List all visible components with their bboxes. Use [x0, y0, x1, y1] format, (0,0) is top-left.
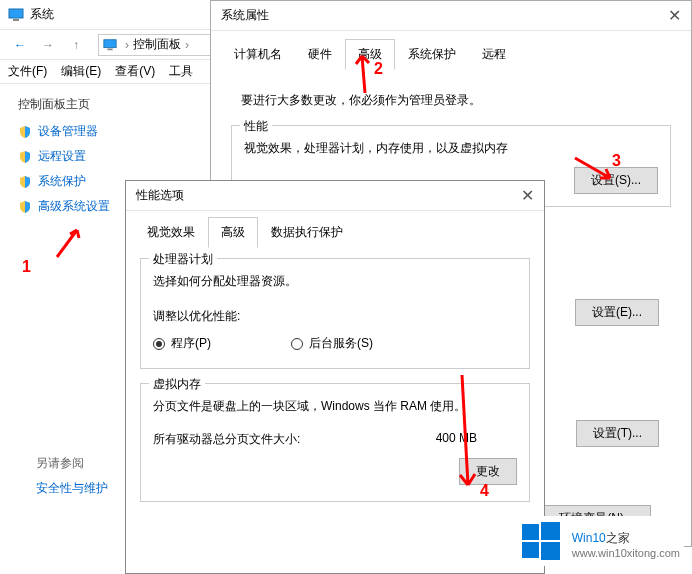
tab-system-protection[interactable]: 系统保护: [395, 39, 469, 70]
startup-settings-button[interactable]: 设置(T)...: [576, 420, 659, 447]
sidebar-item-label: 系统保护: [38, 173, 86, 190]
watermark: Win10之家 www.win10xitong.com: [516, 516, 684, 566]
sidebar-item-label: 远程设置: [38, 148, 86, 165]
groupbox-desc: 视觉效果，处理器计划，内存使用，以及虚拟内存: [244, 140, 658, 157]
adjust-label: 调整以优化性能:: [153, 308, 517, 325]
tab-computer-name[interactable]: 计算机名: [221, 39, 295, 70]
svg-rect-1: [13, 19, 19, 21]
sidebar-item-advanced[interactable]: 高级系统设置: [18, 198, 140, 215]
back-button[interactable]: ←: [8, 33, 32, 57]
sidebar: 控制面板主页 设备管理器 远程设置 系统保护 高级系统设置 另请参阅 安全性与维…: [0, 84, 140, 509]
watermark-brand: Win10之家: [572, 524, 680, 547]
vm-total-row: 所有驱动器总分页文件大小: 400 MB: [153, 431, 517, 448]
monitor-icon: [8, 7, 24, 23]
svg-rect-0: [9, 9, 23, 18]
tab-advanced[interactable]: 高级: [345, 39, 395, 70]
dialog-titlebar: 系统属性 ✕: [211, 1, 691, 31]
breadcrumb-separator: ›: [185, 38, 189, 52]
dialog-body: 处理器计划 选择如何分配处理器资源。 调整以优化性能: 程序(P) 后台服务(S…: [126, 248, 544, 526]
tab-visual-effects[interactable]: 视觉效果: [134, 217, 208, 248]
sidebar-item-label: 高级系统设置: [38, 198, 110, 215]
dialog-title: 性能选项: [136, 187, 184, 204]
radio-row: 程序(P) 后台服务(S): [153, 335, 517, 352]
tab-advanced[interactable]: 高级: [208, 217, 258, 248]
svg-rect-4: [522, 524, 539, 540]
tab-strip: 视觉效果 高级 数据执行保护: [126, 211, 544, 248]
performance-settings-button[interactable]: 设置(S)...: [574, 167, 658, 194]
svg-rect-5: [541, 522, 560, 540]
shield-icon: [18, 175, 32, 189]
monitor-icon: [103, 38, 117, 52]
processor-scheduling-groupbox: 处理器计划 选择如何分配处理器资源。 调整以优化性能: 程序(P) 后台服务(S…: [140, 258, 530, 369]
vm-change-button[interactable]: 更改: [459, 458, 517, 485]
breadcrumb-item[interactable]: 控制面板: [133, 36, 181, 53]
groupbox-title: 性能: [240, 118, 272, 135]
close-icon[interactable]: ✕: [521, 186, 534, 205]
up-button[interactable]: ↑: [64, 33, 88, 57]
watermark-text: Win10之家 www.win10xitong.com: [572, 524, 680, 559]
menu-view[interactable]: 查看(V): [115, 63, 155, 80]
radio-programs[interactable]: 程序(P): [153, 335, 211, 352]
sidebar-item-protection[interactable]: 系统保护: [18, 173, 140, 190]
radio-label: 后台服务(S): [309, 335, 373, 352]
sidebar-item-remote[interactable]: 远程设置: [18, 148, 140, 165]
see-also: 另请参阅 安全性与维护: [18, 455, 140, 497]
menu-tools[interactable]: 工具: [169, 63, 193, 80]
tab-remote[interactable]: 远程: [469, 39, 519, 70]
radio-background[interactable]: 后台服务(S): [291, 335, 373, 352]
forward-button: →: [36, 33, 60, 57]
virtual-memory-groupbox: 虚拟内存 分页文件是硬盘上的一块区域，Windows 当作 RAM 使用。 所有…: [140, 383, 530, 502]
dialog-title: 系统属性: [221, 7, 269, 24]
sidebar-title: 控制面板主页: [18, 96, 140, 113]
sidebar-item-device-manager[interactable]: 设备管理器: [18, 123, 140, 140]
groupbox-desc: 分页文件是硬盘上的一块区域，Windows 当作 RAM 使用。: [153, 398, 517, 415]
sidebar-item-label: 设备管理器: [38, 123, 98, 140]
shield-icon: [18, 200, 32, 214]
radio-icon: [153, 338, 165, 350]
tab-strip: 计算机名 硬件 高级 系统保护 远程: [211, 31, 691, 70]
close-icon[interactable]: ✕: [668, 6, 681, 25]
user-profiles-settings-button[interactable]: 设置(E)...: [575, 299, 659, 326]
svg-rect-3: [107, 48, 112, 50]
groupbox-desc: 选择如何分配处理器资源。: [153, 273, 517, 290]
windows-logo-icon: [520, 520, 562, 562]
shield-icon: [18, 150, 32, 164]
admin-note: 要进行大多数更改，你必须作为管理员登录。: [241, 92, 671, 109]
menu-file[interactable]: 文件(F): [8, 63, 47, 80]
svg-rect-6: [522, 542, 539, 558]
vm-total-label: 所有驱动器总分页文件大小:: [153, 431, 300, 448]
radio-icon: [291, 338, 303, 350]
dialog-titlebar: 性能选项 ✕: [126, 181, 544, 211]
groupbox-title: 虚拟内存: [149, 376, 205, 393]
vm-total-value: 400 MB: [436, 431, 477, 448]
tab-hardware[interactable]: 硬件: [295, 39, 345, 70]
radio-label: 程序(P): [171, 335, 211, 352]
breadcrumb-separator: ›: [125, 38, 129, 52]
shield-icon: [18, 125, 32, 139]
tab-dep[interactable]: 数据执行保护: [258, 217, 356, 248]
svg-rect-2: [104, 39, 116, 47]
watermark-url: www.win10xitong.com: [572, 547, 680, 559]
svg-rect-7: [541, 542, 560, 560]
menu-edit[interactable]: 编辑(E): [61, 63, 101, 80]
groupbox-title: 处理器计划: [149, 251, 217, 268]
performance-options-dialog: 性能选项 ✕ 视觉效果 高级 数据执行保护 处理器计划 选择如何分配处理器资源。…: [125, 180, 545, 574]
window-title: 系统: [30, 6, 54, 23]
